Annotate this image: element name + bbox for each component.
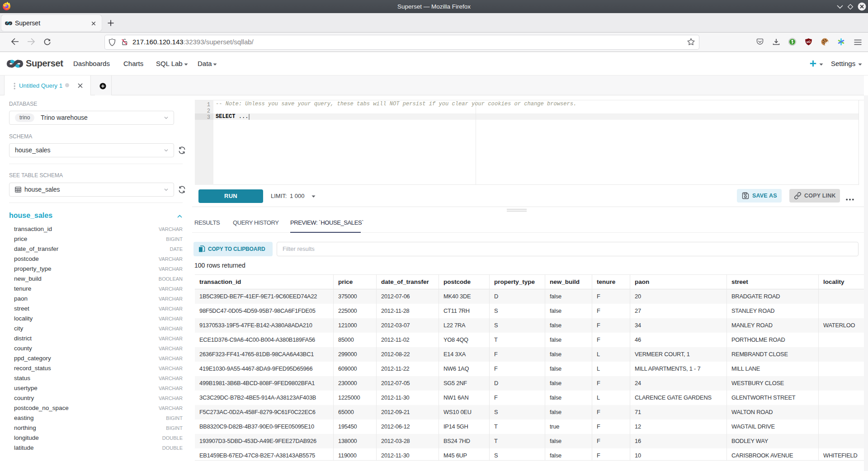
- svg-text:uO: uO: [807, 40, 811, 43]
